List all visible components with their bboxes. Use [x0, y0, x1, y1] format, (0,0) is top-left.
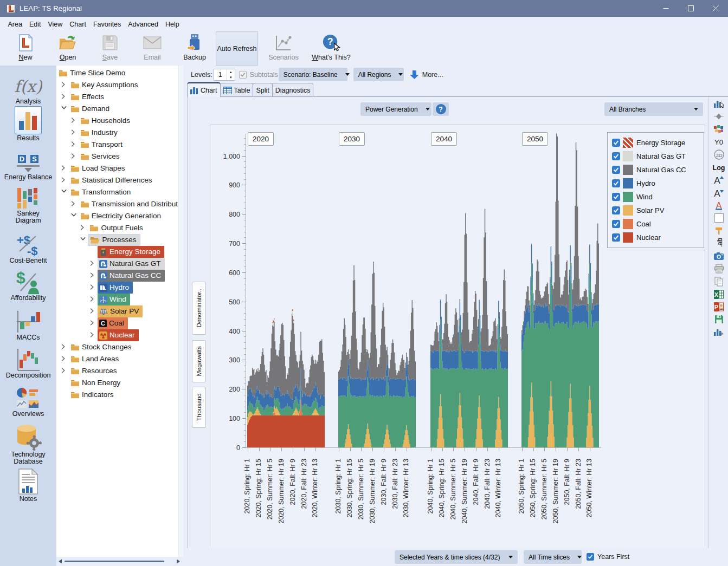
tree-item-resources[interactable]: Resources: [56, 365, 178, 377]
regions-dropdown[interactable]: All Regions: [353, 68, 404, 81]
time-slices-dropdown[interactable]: All Time slices: [524, 550, 582, 564]
chevron-right-icon[interactable]: [61, 368, 68, 374]
chevron-right-icon[interactable]: [61, 165, 68, 172]
sidebar-item-notes[interactable]: Notes: [0, 468, 56, 503]
chevron-right-icon[interactable]: [71, 153, 78, 160]
sidebar-item-affordability[interactable]: $Affordability: [0, 269, 56, 302]
legend-item-natural-gas-gt[interactable]: Natural Gas GT: [612, 149, 704, 163]
sidebar-item-analysis[interactable]: f(x)Analysis: [0, 76, 56, 105]
chevron-right-icon[interactable]: [61, 356, 68, 362]
years-first-checkbox[interactable]: Years First: [587, 553, 629, 561]
tree-item-load-shapes[interactable]: Load Shapes: [56, 162, 178, 174]
chart-type-icon[interactable]: [712, 98, 726, 110]
three-d-icon[interactable]: 3D: [712, 149, 726, 161]
tree-item-stock-changes[interactable]: Stock Changes: [56, 341, 178, 353]
more-button[interactable]: More...: [410, 70, 443, 80]
tree-item-transmission-and-distribut[interactable]: Transmission and Distribut: [56, 198, 178, 210]
menu-view[interactable]: View: [44, 18, 66, 31]
legend-item-nuclear[interactable]: Nuclear: [612, 231, 704, 244]
tree-item-nuclear[interactable]: Nuclear: [56, 329, 178, 341]
chevron-down-icon[interactable]: [71, 213, 78, 219]
chevron-right-icon[interactable]: [61, 344, 68, 350]
chevron-right-icon[interactable]: [71, 201, 78, 207]
sidebar-item-energy-balance[interactable]: DSEnergy Balance: [0, 154, 56, 181]
font-increase-icon[interactable]: A: [712, 174, 726, 186]
font-decrease-icon[interactable]: A: [712, 187, 726, 199]
tree-item-solar-pv[interactable]: Solar PV: [56, 305, 178, 317]
chevron-right-icon[interactable]: [61, 82, 68, 88]
tree-item-key-assumptions[interactable]: Key Assumptions: [56, 79, 178, 91]
email-button[interactable]: Email: [131, 31, 173, 66]
menu-chart[interactable]: Chart: [66, 18, 90, 31]
megawatts-button[interactable]: Megawatts: [192, 340, 206, 382]
menu-advanced[interactable]: Advanced: [125, 18, 162, 31]
tree-item-effects[interactable]: Effects: [56, 91, 178, 103]
backup-button[interactable]: Backup: [173, 31, 216, 66]
chevron-right-icon[interactable]: [71, 141, 78, 148]
marker-icon[interactable]: [712, 110, 726, 122]
sidebar-item-overviews[interactable]: Overviews: [0, 387, 56, 418]
chevron-right-icon[interactable]: [90, 308, 96, 315]
tree-item-processes[interactable]: Processes: [56, 234, 178, 246]
chevron-right-icon[interactable]: [90, 332, 96, 339]
legend-checkbox[interactable]: [612, 166, 620, 174]
tree-item-industry[interactable]: Industry: [56, 127, 178, 139]
palette-icon[interactable]: [712, 123, 726, 135]
camera-icon[interactable]: [712, 250, 726, 262]
category-dropdown[interactable]: Power Generation: [360, 102, 431, 116]
scroll-left-icon[interactable]: [56, 557, 64, 566]
scenarios-button[interactable]: Scenarios: [262, 31, 305, 66]
legend-checkbox[interactable]: [612, 233, 620, 242]
print-icon[interactable]: [712, 263, 726, 275]
legend-item-hydro[interactable]: Hydro: [612, 177, 704, 190]
tree-item-natural-gas-gt[interactable]: Natural Gas GT: [56, 258, 178, 270]
tree-item-wind[interactable]: Wind: [56, 294, 178, 305]
tree-item-energy-storage[interactable]: Energy Storage: [56, 246, 178, 258]
legend-item-energy-storage[interactable]: Energy Storage: [612, 136, 704, 149]
excel-icon[interactable]: X: [712, 288, 726, 300]
chevron-right-icon[interactable]: [90, 320, 96, 327]
tab-table[interactable]: Table: [220, 83, 254, 97]
y0-icon[interactable]: Y0: [712, 136, 726, 148]
chevron-right-icon[interactable]: [61, 177, 68, 184]
tree-vertical-scrollbar[interactable]: [178, 66, 183, 557]
copy-icon[interactable]: [712, 276, 726, 288]
chevron-down-icon[interactable]: [80, 237, 87, 243]
scrollbar-thumb[interactable]: [65, 561, 164, 562]
spinner-down-icon[interactable]: ▼: [227, 75, 235, 80]
chevron-right-icon[interactable]: [90, 296, 96, 303]
minimize-button[interactable]: [653, 0, 678, 17]
tree-item-transformation[interactable]: Transformation: [56, 186, 178, 198]
chart-options-icon[interactable]: [712, 326, 726, 338]
menu-favorites[interactable]: Favorites: [89, 18, 124, 31]
sidebar-item-decomposition[interactable]: Decomposition: [0, 348, 56, 379]
branches-dropdown[interactable]: All Branches: [604, 102, 703, 116]
chevron-right-icon[interactable]: [61, 94, 68, 100]
maximize-button[interactable]: [678, 0, 703, 17]
years-slices-dropdown[interactable]: Selected Years & time slices (4/32): [395, 550, 518, 564]
tree-item-households[interactable]: Households: [56, 115, 178, 127]
legend-checkbox[interactable]: [612, 206, 620, 214]
sidebar-item-technology-database[interactable]: Technology Database: [0, 424, 56, 465]
legend-checkbox[interactable]: [612, 179, 620, 187]
tree-item-demand[interactable]: Demand: [56, 103, 178, 115]
sidebar-item-maccs[interactable]: MACCs: [0, 310, 56, 341]
tree-item-transport[interactable]: Transport: [56, 139, 178, 151]
tab-diagnostics[interactable]: Diagnostics: [272, 83, 314, 97]
tree-item-services[interactable]: Services: [56, 151, 178, 162]
tree-item-electricity-generation[interactable]: Electricity Generation: [56, 210, 178, 222]
tree-horizontal-scrollbar[interactable]: [56, 557, 183, 566]
tree-item-time-slice-demo[interactable]: Time Slice Demo: [56, 67, 178, 79]
auto-refresh-button[interactable]: Auto Refresh: [216, 31, 258, 66]
chevron-down-icon[interactable]: [61, 106, 68, 112]
subtotals-checkbox[interactable]: [239, 71, 247, 79]
menu-edit[interactable]: Edit: [25, 18, 44, 31]
pin-icon[interactable]: [712, 225, 726, 237]
whats-this-button[interactable]: ? What's This?: [308, 31, 355, 66]
save-chart-icon[interactable]: [712, 314, 726, 326]
tree-item-land-areas[interactable]: Land Areas: [56, 353, 178, 365]
legend-item-solar-pv[interactable]: Solar PV: [612, 204, 704, 217]
save-button[interactable]: Save: [89, 31, 131, 66]
denominator-button[interactable]: Denominator..: [192, 282, 206, 335]
sidebar-item-sankey[interactable]: Sankey Diagram: [0, 187, 56, 224]
